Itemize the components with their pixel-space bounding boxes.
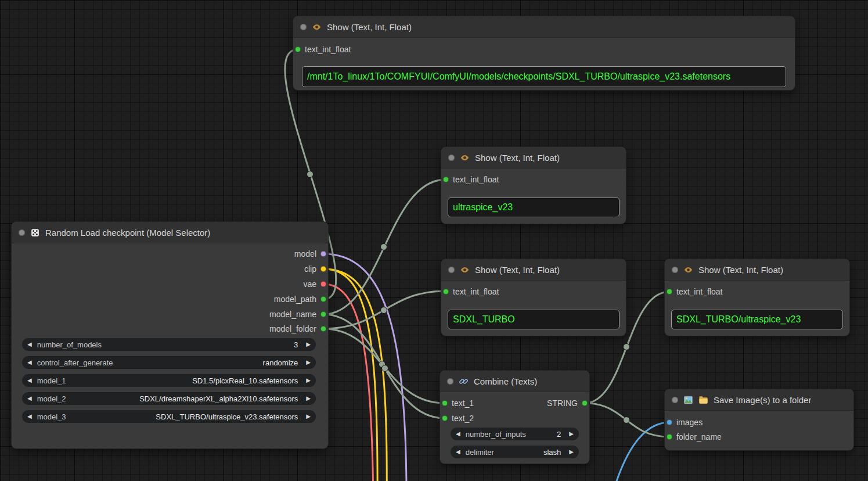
decrement-arrow[interactable]: ◀ bbox=[456, 431, 460, 437]
node-show-combined[interactable]: Show (Text, Int, Float) text_int_float S… bbox=[665, 259, 849, 336]
output-clip[interactable]: clip bbox=[304, 263, 326, 275]
node-header[interactable]: Random Load checkpoint (Model Selector) bbox=[12, 222, 328, 243]
widget-number-of-models[interactable]: ◀ number_of_models 3 ▶ bbox=[22, 338, 316, 351]
node-title: Combine (Texts) bbox=[474, 376, 537, 386]
input-text-int-float[interactable]: text_int_float bbox=[443, 174, 499, 185]
collapse-toggle[interactable] bbox=[672, 397, 678, 403]
output-slot-dot[interactable] bbox=[320, 326, 326, 332]
prev-option-arrow[interactable]: ◀ bbox=[27, 378, 32, 383]
collapse-toggle[interactable] bbox=[447, 378, 453, 385]
next-option-arrow[interactable]: ▶ bbox=[306, 360, 311, 365]
widget-label: number_of_models bbox=[37, 340, 102, 349]
node-random-load-checkpoint[interactable]: Random Load checkpoint (Model Selector) … bbox=[12, 222, 328, 448]
output-vae[interactable]: vae bbox=[303, 278, 326, 290]
widget-value: SD1.5/picxReal_10.safetensors bbox=[66, 376, 298, 385]
next-option-arrow[interactable]: ▶ bbox=[306, 378, 311, 383]
link-midpoint-dot bbox=[624, 417, 630, 423]
input-text-int-float[interactable]: text_int_float bbox=[295, 44, 351, 55]
input-slot-label: text_int_float bbox=[676, 287, 722, 296]
widget-number-of-inputs[interactable]: ◀ number_of_inputs 2 ▶ bbox=[451, 428, 579, 440]
input-slot-dot[interactable] bbox=[667, 434, 672, 440]
input-slot-label: text_int_float bbox=[453, 287, 499, 296]
eye-icon bbox=[460, 265, 470, 275]
input-folder-name[interactable]: folder_name bbox=[667, 431, 722, 443]
widget-delimiter[interactable]: ◀ delimiter slash ▶ bbox=[451, 446, 579, 458]
widget-label: model_1 bbox=[37, 376, 66, 385]
widget-model-3[interactable]: ◀ model_3 SDXL_TURBO/ultraspice_v23.safe… bbox=[22, 410, 316, 423]
graph-canvas[interactable]: Show (Text, Int, Float) text_int_float /… bbox=[0, 0, 868, 481]
output-slot-label: model bbox=[294, 249, 316, 259]
value-display: ultraspice_v23 bbox=[448, 198, 620, 217]
value-display: SDXL_TURBO/ultraspice_v23 bbox=[671, 310, 843, 329]
input-slot-dot[interactable] bbox=[443, 177, 449, 182]
widget-control-after-generate[interactable]: ◀ control_after_generate randomize ▶ bbox=[22, 356, 316, 369]
widget-label: model_2 bbox=[37, 394, 66, 403]
node-show-model-folder[interactable]: Show (Text, Int, Float) text_int_float S… bbox=[441, 259, 626, 336]
node-combine-texts[interactable]: Combine (Texts) text_1 STRING text_2 ◀ n… bbox=[440, 371, 589, 464]
prev-option-arrow[interactable]: ◀ bbox=[27, 414, 32, 419]
prev-option-arrow[interactable]: ◀ bbox=[456, 449, 460, 455]
input-slot-dot[interactable] bbox=[295, 46, 301, 52]
folder-icon bbox=[698, 395, 708, 405]
node-title: Show (Text, Int, Float) bbox=[698, 265, 783, 275]
input-text-int-float[interactable]: text_int_float bbox=[667, 286, 722, 297]
output-string[interactable]: STRING bbox=[547, 397, 588, 409]
output-model-folder[interactable]: model_folder bbox=[269, 323, 326, 335]
node-header[interactable]: Show (Text, Int, Float) bbox=[665, 259, 849, 281]
output-model[interactable]: model bbox=[294, 248, 326, 260]
output-slot-dot[interactable] bbox=[320, 311, 326, 317]
node-header[interactable]: Combine (Texts) bbox=[440, 371, 589, 392]
input-slot-dot[interactable] bbox=[442, 400, 448, 406]
output-slot-dot[interactable] bbox=[320, 266, 326, 272]
collapse-toggle[interactable] bbox=[300, 24, 307, 30]
input-text-2[interactable]: text_2 bbox=[442, 412, 474, 424]
output-slot-dot[interactable] bbox=[320, 251, 326, 257]
output-model-name[interactable]: model_name bbox=[269, 308, 326, 320]
widget-model-1[interactable]: ◀ model_1 SD1.5/picxReal_10.safetensors … bbox=[22, 374, 316, 387]
input-slot-dot[interactable] bbox=[667, 419, 672, 425]
output-model-path[interactable]: model_path bbox=[274, 293, 326, 305]
collapse-toggle[interactable] bbox=[448, 155, 455, 161]
node-save-images-folder[interactable]: Save Image(s) to a folder images folder_… bbox=[665, 389, 853, 450]
widget-value: SDXL/dreamshaperXL_alpha2Xl10.safetensor… bbox=[66, 394, 298, 403]
input-images[interactable]: images bbox=[667, 417, 703, 428]
decrement-arrow[interactable]: ◀ bbox=[27, 342, 32, 347]
output-slot-dot[interactable] bbox=[582, 400, 588, 406]
widget-label: control_after_generate bbox=[37, 358, 113, 367]
prev-option-arrow[interactable]: ◀ bbox=[27, 360, 32, 365]
node-title: Show (Text, Int, Float) bbox=[475, 153, 560, 163]
input-slot-label: text_2 bbox=[452, 414, 474, 423]
widget-label: delimiter bbox=[466, 448, 494, 457]
node-show-model-path[interactable]: Show (Text, Int, Float) text_int_float /… bbox=[293, 16, 795, 90]
increment-arrow[interactable]: ▶ bbox=[306, 342, 311, 347]
next-option-arrow[interactable]: ▶ bbox=[569, 449, 574, 455]
next-option-arrow[interactable]: ▶ bbox=[306, 414, 311, 419]
collapse-toggle[interactable] bbox=[672, 267, 678, 273]
widget-label: number_of_inputs bbox=[466, 430, 526, 439]
output-slot-label: vae bbox=[303, 279, 316, 289]
node-header[interactable]: Show (Text, Int, Float) bbox=[293, 16, 795, 38]
node-header[interactable]: Show (Text, Int, Float) bbox=[441, 147, 626, 168]
input-slot-dot[interactable] bbox=[443, 289, 449, 295]
collapse-toggle[interactable] bbox=[448, 267, 455, 273]
node-header[interactable]: Show (Text, Int, Float) bbox=[441, 259, 626, 281]
prev-option-arrow[interactable]: ◀ bbox=[27, 396, 32, 401]
input-slot-dot[interactable] bbox=[667, 289, 672, 295]
link-midpoint-dot bbox=[624, 344, 630, 350]
input-slot-dot[interactable] bbox=[442, 415, 448, 421]
output-slot-dot[interactable] bbox=[320, 281, 326, 287]
link-image bbox=[608, 422, 669, 481]
collapse-toggle[interactable] bbox=[19, 229, 25, 236]
increment-arrow[interactable]: ▶ bbox=[569, 431, 574, 437]
input-text-1[interactable]: text_1 bbox=[442, 397, 474, 409]
value-display: SDXL_TURBO bbox=[448, 310, 620, 329]
output-slot-label: model_folder bbox=[269, 324, 316, 333]
input-text-int-float[interactable]: text_int_float bbox=[443, 286, 499, 297]
node-show-model-name[interactable]: Show (Text, Int, Float) text_int_float u… bbox=[441, 147, 626, 224]
next-option-arrow[interactable]: ▶ bbox=[306, 396, 311, 401]
widget-model-2[interactable]: ◀ model_2 SDXL/dreamshaperXL_alpha2Xl10.… bbox=[22, 392, 316, 405]
eye-icon bbox=[460, 153, 470, 163]
node-header[interactable]: Save Image(s) to a folder bbox=[665, 389, 853, 411]
image-icon bbox=[683, 395, 693, 405]
output-slot-dot[interactable] bbox=[320, 296, 326, 302]
